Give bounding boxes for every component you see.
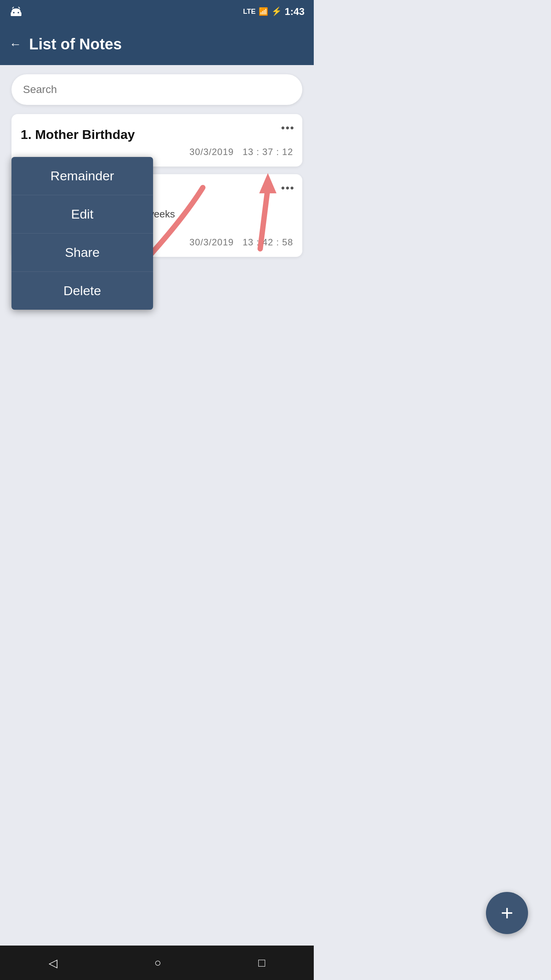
status-bar-left bbox=[9, 5, 23, 18]
svg-point-7 bbox=[18, 12, 19, 13]
context-menu: Remainder Edit Share Delete bbox=[11, 157, 153, 310]
svg-rect-2 bbox=[11, 12, 12, 16]
context-menu-edit[interactable]: Edit bbox=[11, 195, 153, 234]
svg-rect-3 bbox=[20, 12, 21, 16]
content-area: ••• 1. Mother Birthday 30/3/2019 13 : 37… bbox=[0, 65, 314, 274]
status-bar-right: LTE 📶 ⚡ 1:43 bbox=[243, 6, 305, 18]
svg-line-4 bbox=[12, 7, 14, 8]
status-bar: LTE 📶 ⚡ 1:43 bbox=[0, 0, 314, 23]
app-bar: ← List of Notes bbox=[0, 23, 314, 65]
svg-line-5 bbox=[18, 7, 20, 8]
back-button[interactable]: ← bbox=[9, 37, 21, 51]
note-1-datetime: 30/3/2019 13 : 37 : 12 bbox=[21, 147, 293, 157]
context-menu-remainder[interactable]: Remainder bbox=[11, 157, 153, 195]
context-menu-delete[interactable]: Delete bbox=[11, 272, 153, 310]
search-input[interactable] bbox=[11, 74, 302, 105]
svg-point-6 bbox=[13, 12, 15, 13]
lte-indicator: LTE bbox=[243, 8, 256, 16]
note-2-menu-button[interactable]: ••• bbox=[281, 182, 295, 194]
android-icon bbox=[9, 5, 23, 18]
note-1-title: 1. Mother Birthday bbox=[21, 127, 293, 142]
page-title: List of Notes bbox=[29, 36, 122, 53]
signal-bars-icon: 📶 bbox=[259, 7, 268, 16]
time-display: 1:43 bbox=[285, 6, 305, 18]
battery-icon: ⚡ bbox=[271, 7, 282, 16]
note-1-menu-button[interactable]: ••• bbox=[281, 122, 295, 134]
context-menu-share[interactable]: Share bbox=[11, 234, 153, 272]
